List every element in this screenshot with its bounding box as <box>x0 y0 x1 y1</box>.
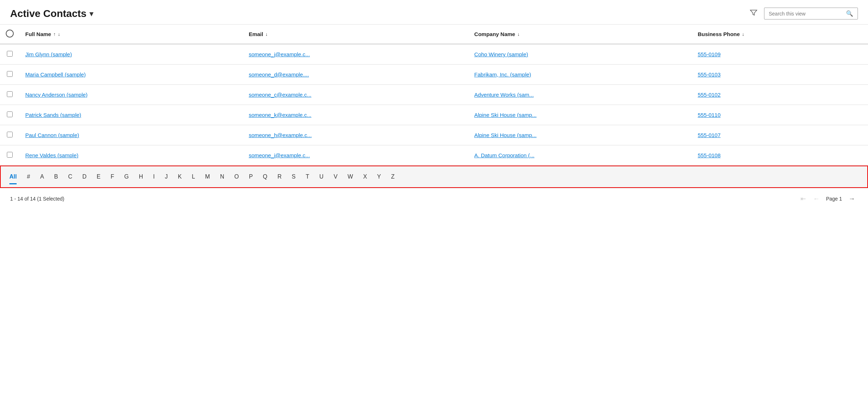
cell-email[interactable]: someone_c@example.c... <box>243 85 468 105</box>
fullname-link[interactable]: Rene Valdes (sample) <box>25 152 78 158</box>
alpha-item-a[interactable]: A <box>35 170 49 184</box>
alpha-item-v[interactable]: V <box>328 170 343 184</box>
alpha-item-e[interactable]: E <box>92 170 106 184</box>
alpha-item-b[interactable]: B <box>49 170 63 184</box>
cell-email[interactable]: someone_i@example.c... <box>243 145 468 166</box>
cell-company[interactable]: Adventure Works (sam... <box>468 85 692 105</box>
alpha-item-l[interactable]: L <box>187 170 200 184</box>
cell-phone[interactable]: 555-0109 <box>692 44 868 65</box>
select-all-checkbox[interactable] <box>6 30 14 38</box>
table-row: Maria Campbell (sample)someone_d@example… <box>0 65 868 85</box>
alpha-item-m[interactable]: M <box>200 170 215 184</box>
row-checkbox[interactable] <box>7 152 13 158</box>
fullname-link[interactable]: Patrick Sands (sample) <box>25 112 81 118</box>
phone-link[interactable]: 555-0107 <box>698 132 720 138</box>
cell-fullname[interactable]: Nancy Anderson (sample) <box>19 85 243 105</box>
email-link[interactable]: someone_d@example.... <box>249 71 309 78</box>
row-checkbox[interactable] <box>7 111 13 117</box>
phone-link[interactable]: 555-0103 <box>698 71 720 78</box>
email-link[interactable]: someone_i@example.c... <box>249 152 310 158</box>
cell-email[interactable]: someone_d@example.... <box>243 65 468 85</box>
company-link[interactable]: Coho Winery (sample) <box>474 51 528 57</box>
sort-down-icon[interactable]: ↓ <box>58 31 60 37</box>
alpha-item-k[interactable]: K <box>173 170 187 184</box>
cell-company[interactable]: Coho Winery (sample) <box>468 44 692 65</box>
email-link[interactable]: someone_k@example.c... <box>249 112 311 118</box>
phone-sort-icon[interactable]: ↓ <box>742 31 745 37</box>
cell-fullname[interactable]: Jim Glynn (sample) <box>19 44 243 65</box>
cell-email[interactable]: someone_h@example.c... <box>243 125 468 145</box>
alpha-item-y[interactable]: Y <box>372 170 386 184</box>
alpha-item-t[interactable]: T <box>301 170 314 184</box>
alpha-item-f[interactable]: F <box>106 170 119 184</box>
phone-link[interactable]: 555-0110 <box>698 112 720 118</box>
alpha-item-o[interactable]: O <box>229 170 244 184</box>
alpha-item-d[interactable]: D <box>77 170 92 184</box>
cell-company[interactable]: Fabrikam, Inc. (sample) <box>468 65 692 85</box>
alpha-item-p[interactable]: P <box>244 170 258 184</box>
alpha-item-u[interactable]: U <box>314 170 329 184</box>
alpha-item-h[interactable]: H <box>134 170 148 184</box>
phone-link[interactable]: 555-0108 <box>698 152 720 158</box>
col-company-label: Company Name <box>474 31 515 37</box>
alpha-item-all[interactable]: All <box>4 170 22 184</box>
row-checkbox[interactable] <box>7 51 13 57</box>
cell-company[interactable]: A. Datum Corporation (... <box>468 145 692 166</box>
cell-fullname[interactable]: Paul Cannon (sample) <box>19 125 243 145</box>
next-page-button[interactable]: → <box>846 194 858 204</box>
alpha-item-#[interactable]: # <box>22 170 35 184</box>
cell-email[interactable]: someone_k@example.c... <box>243 105 468 125</box>
email-sort-icon[interactable]: ↓ <box>265 31 268 37</box>
page-label: Page 1 <box>824 196 844 202</box>
row-checkbox[interactable] <box>7 132 13 137</box>
pagination: ⇤ ← Page 1 → <box>798 193 858 204</box>
phone-link[interactable]: 555-0109 <box>698 51 720 57</box>
cell-phone[interactable]: 555-0108 <box>692 145 868 166</box>
prev-page-button[interactable]: ← <box>810 194 823 204</box>
cell-company[interactable]: Alpine Ski House (samp... <box>468 125 692 145</box>
phone-link[interactable]: 555-0102 <box>698 92 720 98</box>
company-link[interactable]: Fabrikam, Inc. (sample) <box>474 71 531 78</box>
alpha-item-r[interactable]: R <box>272 170 287 184</box>
row-checkbox[interactable] <box>7 71 13 77</box>
cell-fullname[interactable]: Maria Campbell (sample) <box>19 65 243 85</box>
alpha-item-w[interactable]: W <box>343 170 358 184</box>
cell-phone[interactable]: 555-0107 <box>692 125 868 145</box>
alpha-item-q[interactable]: Q <box>258 170 272 184</box>
cell-company[interactable]: Alpine Ski House (samp... <box>468 105 692 125</box>
alpha-item-i[interactable]: I <box>148 170 160 184</box>
first-page-button[interactable]: ⇤ <box>798 193 809 204</box>
fullname-link[interactable]: Nancy Anderson (sample) <box>25 92 88 98</box>
alpha-item-j[interactable]: J <box>160 170 173 184</box>
cell-phone[interactable]: 555-0103 <box>692 65 868 85</box>
cell-email[interactable]: someone_j@example.c... <box>243 44 468 65</box>
cell-fullname[interactable]: Patrick Sands (sample) <box>19 105 243 125</box>
title-dropdown-icon[interactable]: ▾ <box>90 9 93 18</box>
alpha-item-z[interactable]: Z <box>386 170 400 184</box>
alpha-item-g[interactable]: G <box>119 170 134 184</box>
company-link[interactable]: Adventure Works (sam... <box>474 92 534 98</box>
company-sort-icon[interactable]: ↓ <box>517 31 520 37</box>
alpha-item-x[interactable]: X <box>358 170 372 184</box>
filter-icon[interactable] <box>747 6 760 21</box>
col-fullname-label: Full Name <box>25 31 51 37</box>
alpha-item-c[interactable]: C <box>63 170 78 184</box>
company-link[interactable]: A. Datum Corporation (... <box>474 152 535 158</box>
fullname-link[interactable]: Paul Cannon (sample) <box>25 132 79 138</box>
sort-up-icon[interactable]: ↑ <box>53 31 56 37</box>
alpha-item-s[interactable]: S <box>287 170 301 184</box>
col-phone: Business Phone ↓ <box>692 25 868 44</box>
email-link[interactable]: someone_j@example.c... <box>249 51 310 57</box>
row-checkbox[interactable] <box>7 91 13 97</box>
cell-phone[interactable]: 555-0102 <box>692 85 868 105</box>
email-link[interactable]: someone_c@example.c... <box>249 92 311 98</box>
fullname-link[interactable]: Maria Campbell (sample) <box>25 71 86 78</box>
company-link[interactable]: Alpine Ski House (samp... <box>474 112 537 118</box>
cell-phone[interactable]: 555-0110 <box>692 105 868 125</box>
search-input[interactable] <box>769 11 843 17</box>
fullname-link[interactable]: Jim Glynn (sample) <box>25 51 72 57</box>
company-link[interactable]: Alpine Ski House (samp... <box>474 132 537 138</box>
alpha-item-n[interactable]: N <box>215 170 230 184</box>
email-link[interactable]: someone_h@example.c... <box>249 132 312 138</box>
cell-fullname[interactable]: Rene Valdes (sample) <box>19 145 243 166</box>
